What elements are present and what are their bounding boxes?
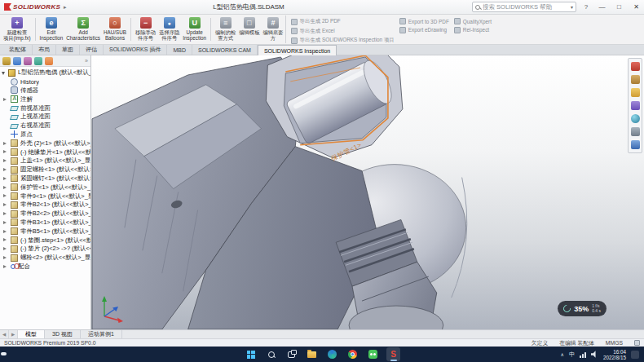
task-view-button[interactable] bbox=[285, 347, 298, 361]
tab-solidworks-inspection[interactable]: SOLIDWORKS Inspection bbox=[258, 45, 337, 55]
tree-item-component[interactable]: 保护管<1> (默认<<默认>_显示... bbox=[0, 183, 90, 192]
export-3d-pdf[interactable]: Export to 3D PDF bbox=[399, 18, 449, 24]
ribbon-button-edit-scheme[interactable]: 编辑底套 方 bbox=[261, 15, 285, 43]
tree-item-component[interactable]: (-) 垫圈.step<1> (默认<<默认>_显... bbox=[0, 236, 90, 245]
wechat-button[interactable] bbox=[366, 347, 380, 361]
start-button[interactable] bbox=[244, 347, 258, 361]
tree-item-sensors[interactable]: 传感器 bbox=[0, 86, 90, 95]
ribbon-button-new-inspection[interactable]: 新建检查 项目(imp.fx) bbox=[2, 15, 33, 43]
qualityxpert-button[interactable]: QualityXpert bbox=[454, 18, 492, 24]
tree-item-component[interactable]: 零件B2<1> (默认<<默认>_显... bbox=[0, 201, 90, 210]
tray-chevron-icon[interactable]: ∧ bbox=[561, 351, 564, 357]
model-canvas[interactable]: 保护管<1> bbox=[91, 55, 644, 329]
part-icon bbox=[11, 227, 18, 235]
tab-layout[interactable]: 布局 bbox=[33, 45, 56, 55]
clock[interactable]: 16:04 2022/8/15 bbox=[603, 349, 626, 360]
file-explorer-tab-icon[interactable] bbox=[631, 88, 640, 97]
solidworks-taskbar-button[interactable] bbox=[386, 347, 400, 361]
tab-3d-views[interactable]: 3D 视图 bbox=[45, 330, 81, 338]
feature-manager-tab-icon[interactable] bbox=[2, 57, 11, 65]
export-excel[interactable]: 导出生成 Excel bbox=[291, 28, 395, 35]
mates-icon bbox=[11, 264, 15, 269]
tray-time: 16:04 bbox=[613, 349, 626, 355]
custom-properties-icon[interactable] bbox=[631, 127, 640, 136]
tab-mbd[interactable]: MBD bbox=[167, 45, 192, 55]
export-2d-pdf[interactable]: 导出生成 2D PDF bbox=[291, 18, 395, 25]
ribbon-button-update-inspection[interactable]: Update Inspection bbox=[181, 15, 208, 43]
tree-item-mates[interactable]: 配合 bbox=[0, 263, 90, 272]
ribbon-button-balloons[interactable]: HAU/SUB Balloons bbox=[102, 15, 128, 43]
tree-item-component[interactable]: 螺栓<2> (默认<<默认>_显示状态... bbox=[0, 254, 90, 263]
tree-item-assembly-root[interactable]: L型铝箔热电偶 (默认<默认_显示状态-1) bbox=[0, 68, 90, 77]
titlebar-right: 搜索 SOLIDWORKS 帮助 ▾ ? — □ ✕ bbox=[472, 2, 642, 13]
ime-indicator[interactable]: 中 bbox=[569, 351, 575, 359]
tab-model[interactable]: 模型 bbox=[18, 330, 45, 338]
tree-item-component[interactable]: 零件B3<1> (默认<<默认>_显... bbox=[0, 219, 90, 227]
solidworks-menu-button[interactable]: SOLIDWORKS ▸ bbox=[2, 3, 69, 11]
tree-item-annotations[interactable]: 注解 bbox=[0, 95, 90, 104]
ribbon-button-edit-template[interactable]: 编辑模板 bbox=[237, 15, 261, 43]
ribbon-button-remove-balloons[interactable]: 移除手动 件序号 bbox=[134, 15, 157, 43]
status-units[interactable]: MMGS bbox=[606, 340, 623, 346]
configuration-manager-tab-icon[interactable] bbox=[24, 57, 32, 65]
network-icon[interactable] bbox=[580, 351, 586, 358]
tab-scroll-left-icon[interactable]: ◀ bbox=[0, 330, 9, 338]
tree-item-history[interactable]: History bbox=[0, 77, 90, 86]
solidworks-resources-icon[interactable] bbox=[631, 62, 640, 71]
export-edrawing[interactable]: Export eDrawing bbox=[399, 27, 449, 33]
inspection-tab-icon[interactable] bbox=[631, 140, 640, 149]
dimxpert-tab-icon[interactable] bbox=[34, 57, 42, 65]
tab-evaluate[interactable]: 评估 bbox=[80, 45, 104, 55]
tab-solidworks-cam[interactable]: SOLIDWORKS CAM bbox=[192, 45, 258, 55]
tree-item-component[interactable]: 外壳 (2)<1> (默认<<默认>_显示状... bbox=[0, 139, 90, 148]
tree-item-component[interactable]: 零件9<1> (默认<<默认>_显示状... bbox=[0, 192, 90, 201]
tab-scroll-right-icon[interactable]: ▶ bbox=[9, 330, 18, 338]
maximize-button[interactable]: □ bbox=[613, 2, 625, 13]
close-button[interactable]: ✕ bbox=[630, 2, 642, 13]
taskbar-search-button[interactable] bbox=[264, 347, 278, 361]
chevron-down-icon[interactable]: ▾ bbox=[571, 4, 573, 10]
tree-item-top-plane[interactable]: 上视基准面 bbox=[0, 113, 90, 121]
appearances-icon[interactable] bbox=[631, 114, 640, 123]
graphics-viewport[interactable]: 保护管<1> bbox=[91, 55, 644, 329]
tree-item-front-plane[interactable]: 前视基准面 bbox=[0, 104, 90, 113]
tab-addins[interactable]: SOLIDWORKS 插件 bbox=[104, 45, 167, 55]
minimize-button[interactable]: — bbox=[596, 2, 608, 13]
chrome-browser-button[interactable] bbox=[346, 347, 359, 361]
title-bar: SOLIDWORKS ▸ L型铝箔热电偶.SLDASM 搜索 SOLIDWORK… bbox=[0, 0, 644, 15]
status-bar: SOLIDWORKS Premium 2019 SP0.0 欠定义 在编辑 装配… bbox=[0, 338, 644, 347]
rel-inspect-button[interactable]: Rel-Inspect bbox=[454, 27, 492, 33]
tree-item-component[interactable]: 固定螺栓<1> (默认<<默认>_显... bbox=[0, 166, 90, 174]
design-library-icon[interactable] bbox=[631, 75, 640, 84]
tree-item-component[interactable]: 上盖<1> (默认<<默认>_显示状... bbox=[0, 157, 90, 166]
chevron-right-icon[interactable]: ▸ bbox=[64, 4, 67, 11]
display-manager-tab-icon[interactable] bbox=[45, 57, 53, 65]
view-palette-icon[interactable] bbox=[631, 101, 640, 110]
tree-item-origin[interactable]: 原点 bbox=[0, 130, 90, 139]
pane-chevron-icon[interactable]: » bbox=[85, 58, 88, 64]
export-inspection-project[interactable]: 导出生成 SOLIDWORKS Inspection 项目 bbox=[291, 37, 395, 44]
tree-item-component[interactable]: 零件B2<2> (默认<<默认>_显... bbox=[0, 210, 90, 219]
edge-browser-button[interactable] bbox=[325, 347, 339, 361]
search-input[interactable]: 搜索 SOLIDWORKS 帮助 ▾ bbox=[472, 2, 576, 12]
tree-item-right-plane[interactable]: 右视基准面 bbox=[0, 121, 90, 130]
tab-motion-study[interactable]: 运动算例1 bbox=[81, 330, 122, 338]
notifications-button[interactable] bbox=[631, 351, 639, 359]
tree-item-component[interactable]: (-) 绝缘垫片<1> (默认<<默认>_显... bbox=[0, 148, 90, 157]
ribbon-button-inspection-method[interactable]: 编制的检 查方式 bbox=[214, 15, 237, 43]
tab-sketch[interactable]: 草图 bbox=[56, 45, 80, 55]
tab-assembly[interactable]: 装配体 bbox=[3, 45, 33, 55]
help-button[interactable]: ? bbox=[581, 3, 591, 11]
file-explorer-button[interactable] bbox=[305, 347, 319, 361]
plane-icon bbox=[10, 106, 19, 111]
volume-icon[interactable] bbox=[591, 351, 598, 358]
ribbon-button-select-balloons[interactable]: 选择序隐 件序号 bbox=[157, 15, 181, 43]
ribbon-button-edit-inspection[interactable]: Edit Inspection bbox=[38, 15, 65, 43]
tree-item-component[interactable]: 零件B5<1> (默认<<默认>_显... bbox=[0, 227, 90, 236]
tree-item-component[interactable]: 紧固螺钉<1> (默认<<默认>_显... bbox=[0, 174, 90, 183]
property-manager-tab-icon[interactable] bbox=[13, 57, 21, 65]
status-custom-icon[interactable] bbox=[634, 340, 640, 346]
tree-item-component[interactable]: (-) 垫片 (2)<2> ->? (默认<<默认... bbox=[0, 245, 90, 254]
ribbon-button-add-characteristics[interactable]: Add Characteristics bbox=[64, 15, 102, 43]
ribbon-separator bbox=[35, 18, 36, 41]
